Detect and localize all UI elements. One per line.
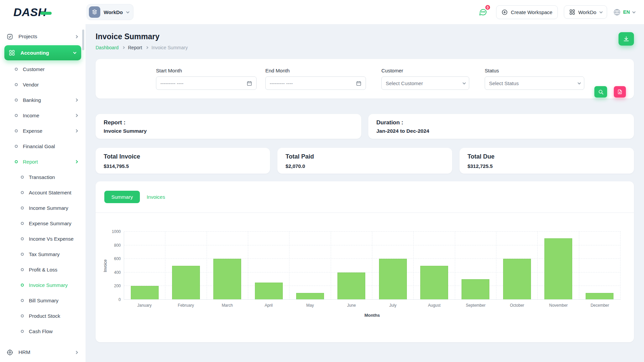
sidebar-item-label: Vendor xyxy=(23,82,39,87)
customer-field-group: Customer Select Customer xyxy=(381,68,469,90)
main-content: Invoice Summary DashboardReportInvoice S… xyxy=(86,24,644,362)
breadcrumb-item-report[interactable]: Report xyxy=(128,45,142,50)
bullet-icon xyxy=(21,268,24,271)
bullet-icon xyxy=(21,237,24,240)
sidebar-item-income[interactable]: Income xyxy=(0,108,86,123)
app-logo[interactable]: DASH xyxy=(13,6,87,19)
download-button[interactable] xyxy=(619,32,634,46)
x-tick-label: March xyxy=(207,303,248,308)
sidebar-item-expense[interactable]: Expense xyxy=(0,123,86,138)
search-button[interactable] xyxy=(594,86,607,98)
stat-card-total-due: Total Due$312,725.5 xyxy=(460,148,634,174)
sidebar-item-invoice-summary[interactable]: Invoice Summary xyxy=(0,277,86,293)
chevron-right-icon xyxy=(122,46,124,49)
chart-tabs: SummaryInvoices xyxy=(96,181,634,203)
header-actions: 0 Create Workspace WorkDo EN xyxy=(476,5,635,19)
chevron-down-icon xyxy=(599,10,603,13)
stat-value: $314,795.5 xyxy=(104,163,262,169)
bullet-icon xyxy=(15,114,18,117)
stat-card-total-invoice: Total Invoice$314,795.5 xyxy=(96,148,270,174)
user-menu-button[interactable]: WorkDo xyxy=(564,5,607,19)
chevron-right-icon xyxy=(75,160,78,163)
customer-select[interactable]: Select Customer xyxy=(381,76,469,90)
chart-card: SummaryInvoices Invoice 0200400600800100… xyxy=(96,181,634,342)
chevron-down-icon xyxy=(73,51,76,54)
sidebar-scrollbar[interactable] xyxy=(82,29,84,50)
language-selector[interactable]: EN xyxy=(613,8,635,16)
plus-circle-icon xyxy=(501,9,508,15)
workspace-avatar-icon xyxy=(89,6,100,18)
bullet-icon xyxy=(21,176,24,179)
sidebar-item-label: Income Vs Expense xyxy=(29,236,73,242)
sidebar-item-label: Invoice Summary xyxy=(29,282,68,288)
sidebar-item-expense-summary[interactable]: Expense Summary xyxy=(0,216,86,231)
sidebar-item-customer[interactable]: Customer xyxy=(0,61,86,77)
sidebar-item-vendor[interactable]: Vendor xyxy=(0,77,86,92)
chart-column-november xyxy=(538,232,579,300)
chart-column-june xyxy=(331,232,372,300)
bar-april xyxy=(255,283,283,300)
x-tick-label: August xyxy=(414,303,455,308)
status-select[interactable]: Select Status xyxy=(485,76,584,90)
bullet-icon xyxy=(21,191,24,194)
chart-column-january xyxy=(124,232,165,300)
sidebar-item-label: Product Stock xyxy=(29,313,60,319)
app-root: DASH WorkDo 0 Create Workspace WorkDo xyxy=(0,0,644,362)
globe-icon xyxy=(613,8,621,16)
status-field-group: Status Select Status xyxy=(485,68,584,90)
chart-column-march xyxy=(207,232,248,300)
sidebar-item-transaction[interactable]: Transaction xyxy=(0,169,86,185)
sidebar-item-cash-flow[interactable]: Cash Flow xyxy=(0,323,86,339)
sidebar-item-label: Profit & Loss xyxy=(29,267,57,273)
sidebar-item-income-vs-expense[interactable]: Income Vs Expense xyxy=(0,231,86,246)
sidebar-item-product-stock[interactable]: Product Stock xyxy=(0,308,86,323)
sidebar-item-label: Transaction xyxy=(29,174,55,180)
bar-november xyxy=(544,238,572,300)
x-labels: JanuaryFebruaryMarchAprilMayJuneJulyAugu… xyxy=(124,303,621,308)
end-month-input[interactable]: --------- ---- xyxy=(265,76,366,90)
sidebar-item-tax-summary[interactable]: Tax Summary xyxy=(0,246,86,262)
breadcrumb-item-dashboard[interactable]: Dashboard xyxy=(96,45,119,50)
download-icon xyxy=(623,36,630,42)
sidebar-item-bill-summary[interactable]: Bill Summary xyxy=(0,293,86,308)
sidebar-item-income-summary[interactable]: Income Summary xyxy=(0,200,86,216)
tab-invoices[interactable]: Invoices xyxy=(147,194,165,200)
bullet-icon xyxy=(15,99,18,102)
workspace-selector[interactable]: WorkDo xyxy=(87,4,133,20)
bar-march xyxy=(213,259,241,300)
grid-icon xyxy=(9,50,16,56)
sidebar-item-financial-goal[interactable]: Financial Goal xyxy=(0,138,86,154)
sidebar-item-label: Projects xyxy=(18,34,37,40)
x-tick-label: December xyxy=(579,303,621,308)
status-selected-value: Select Status xyxy=(489,80,519,86)
bullet-icon xyxy=(21,206,24,209)
bullet-icon xyxy=(15,68,18,71)
chart-columns xyxy=(124,232,621,300)
reset-button[interactable] xyxy=(614,86,626,98)
chart-column-february xyxy=(165,232,207,300)
sidebar-item-label: Accounting xyxy=(20,50,49,56)
sidebar-item-label: Income xyxy=(23,113,39,118)
create-workspace-button[interactable]: Create Workspace xyxy=(496,5,558,19)
sidebar-item-hrm[interactable]: HRM xyxy=(0,345,86,360)
sidebar-item-account-statement[interactable]: Account Statement xyxy=(0,185,86,200)
sidebar-item-report[interactable]: Report xyxy=(0,154,86,169)
start-month-input[interactable]: --------- ---- xyxy=(156,76,257,90)
bullet-icon xyxy=(21,253,24,256)
bullet-icon xyxy=(21,330,24,333)
page-title: Invoice Summary xyxy=(96,32,188,41)
stat-value: $2,070.0 xyxy=(285,163,444,169)
chat-button[interactable]: 0 xyxy=(476,5,490,19)
sidebar-item-banking[interactable]: Banking xyxy=(0,92,86,108)
report-card-value: Invoice Summary xyxy=(104,128,353,134)
language-code: EN xyxy=(623,9,630,15)
chevron-right-icon xyxy=(75,114,78,117)
sidebar-item-label: Banking xyxy=(23,97,41,103)
tab-summary[interactable]: Summary xyxy=(104,191,140,203)
chart-column-december xyxy=(579,232,621,300)
sidebar-item-accounting[interactable]: Accounting xyxy=(4,45,81,60)
x-tick-label: April xyxy=(248,303,289,308)
sidebar-item-projects[interactable]: Projects xyxy=(0,29,86,44)
sidebar-item-profit-loss[interactable]: Profit & Loss xyxy=(0,262,86,277)
duration-card-value: Jan-2024 to Dec-2024 xyxy=(376,128,626,134)
